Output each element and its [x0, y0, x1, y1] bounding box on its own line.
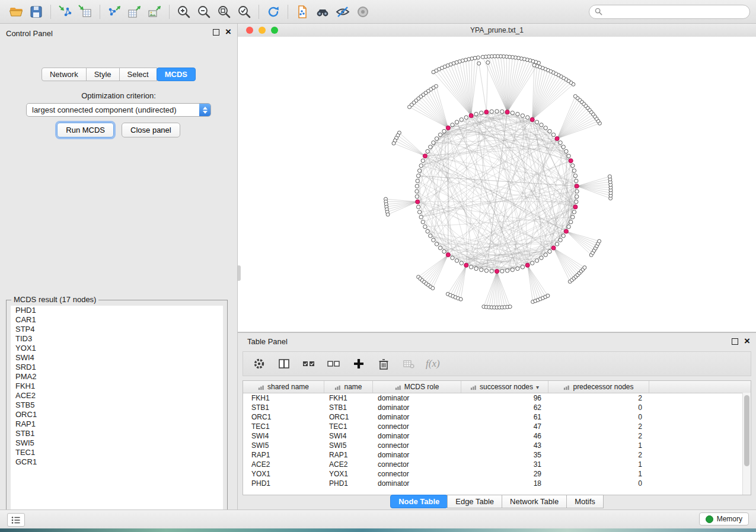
import-table-icon[interactable]	[75, 3, 95, 21]
table-row[interactable]: FKH1FKH1dominator962	[243, 393, 751, 403]
table-row[interactable]: ORC1ORC1dominator610	[243, 412, 751, 422]
control-panel-title: Control Panel	[6, 29, 53, 38]
binoculars-icon[interactable]	[312, 3, 333, 21]
delete-table-icon[interactable]	[401, 356, 416, 371]
column-header-MCDS-role[interactable]: MCDS role	[373, 381, 461, 393]
zoom-in-icon[interactable]	[174, 3, 194, 21]
column-header-shared-name[interactable]: shared name	[243, 381, 324, 393]
task-history-icon[interactable]	[7, 513, 25, 527]
dominator-node[interactable]	[530, 117, 534, 121]
table-row[interactable]: STB1STB1dominator620	[243, 403, 751, 412]
column-header-name[interactable]: name	[324, 381, 373, 393]
table-row[interactable]: SWI4SWI4dominator462	[243, 431, 751, 441]
dominator-node[interactable]	[495, 269, 499, 273]
dominator-node[interactable]	[564, 229, 568, 233]
export-table-icon[interactable]	[125, 3, 145, 21]
add-icon[interactable]	[351, 356, 366, 371]
mcds-result-item[interactable]: YOX1	[11, 344, 223, 353]
dominator-node[interactable]	[505, 110, 509, 114]
table-row[interactable]: RAP1RAP1dominator352	[243, 450, 751, 460]
export-network-icon[interactable]	[104, 3, 125, 21]
gear-icon[interactable]	[251, 356, 267, 371]
dominator-node[interactable]	[573, 205, 578, 209]
table-row[interactable]: ACE2ACE2connector311	[243, 460, 751, 469]
trash-icon[interactable]	[376, 356, 391, 371]
close-panel-button[interactable]: Close panel	[122, 123, 180, 137]
table-row[interactable]: YOX1YOX1connector291	[243, 469, 751, 479]
float-table-panel-icon[interactable]	[732, 338, 738, 345]
mcds-result-item[interactable]: ACE2	[11, 391, 223, 400]
tab-network-table[interactable]: Network Table	[502, 495, 567, 508]
hide-graphics-icon[interactable]	[333, 3, 353, 21]
column-header-predecessor-nodes[interactable]: predecessor nodes	[548, 381, 649, 393]
search-box[interactable]	[589, 5, 750, 19]
mcds-result-item[interactable]: FKH1	[11, 382, 223, 391]
optimization-criterion-label: Optimization criterion:	[0, 91, 237, 100]
dominator-node[interactable]	[575, 184, 579, 188]
open-session-icon[interactable]	[6, 3, 26, 21]
dominator-node[interactable]	[469, 114, 473, 118]
close-table-panel-icon[interactable]: ×	[744, 338, 750, 345]
panel-splitter-handle[interactable]	[238, 265, 241, 281]
save-session-icon[interactable]	[26, 3, 46, 21]
dominator-node[interactable]	[484, 110, 489, 114]
mcds-result-item[interactable]: PHD1	[11, 306, 223, 315]
search-input[interactable]	[606, 7, 744, 17]
mcds-result-item[interactable]: PMA2	[11, 372, 223, 382]
zoom-selected-icon[interactable]	[234, 3, 254, 21]
mcds-result-item[interactable]: GCR1	[11, 457, 223, 467]
show-columns-icon[interactable]	[276, 356, 292, 371]
dominator-node[interactable]	[555, 136, 559, 140]
mcds-result-item[interactable]: SWI4	[11, 353, 223, 363]
mcds-result-item[interactable]: SRD1	[11, 363, 223, 372]
dominator-node[interactable]	[464, 263, 468, 267]
show-graphics-icon[interactable]	[353, 3, 373, 21]
dominator-node[interactable]	[551, 246, 556, 250]
close-panel-icon[interactable]: ×	[225, 28, 231, 36]
mcds-result-item[interactable]: SWI5	[11, 438, 223, 448]
tab-edge-table[interactable]: Edge Table	[447, 495, 502, 508]
zoom-fit-icon[interactable]	[214, 3, 234, 21]
tab-network[interactable]: Network	[42, 68, 87, 81]
mcds-result-item[interactable]: STP4	[11, 325, 223, 334]
mcds-result-item[interactable]: TEC1	[11, 448, 223, 457]
table-row[interactable]: SWI5SWI5connector431	[243, 441, 751, 450]
zoom-out-icon[interactable]	[194, 3, 214, 21]
mcds-result-item[interactable]: CAR1	[11, 315, 223, 325]
deselect-all-icon[interactable]	[326, 356, 342, 371]
dominator-node[interactable]	[446, 126, 450, 130]
dominator-node[interactable]	[569, 159, 573, 163]
column-header-successor-nodes[interactable]: successor nodes▾	[461, 381, 548, 393]
table-row[interactable]: PHD1PHD1dominator180	[243, 479, 751, 488]
optimization-criterion-select[interactable]: largest connected component (undirected)	[26, 103, 211, 117]
dominator-node[interactable]	[416, 200, 420, 204]
copy-style-icon[interactable]	[292, 3, 312, 21]
function-builder-icon[interactable]: f(x)	[426, 358, 440, 370]
run-mcds-button[interactable]: Run MCDS	[57, 123, 114, 137]
network-titlebar[interactable]: YPA_prune.txt_1	[238, 24, 756, 37]
dominator-node[interactable]	[446, 253, 450, 257]
mcds-result-item[interactable]: STB1	[11, 429, 223, 438]
mcds-result-item[interactable]: ORC1	[11, 410, 223, 419]
tab-mcds[interactable]: MCDS	[157, 68, 196, 81]
mcds-result-item[interactable]: STB5	[11, 400, 223, 410]
refresh-icon[interactable]	[263, 3, 283, 21]
tab-motifs[interactable]: Motifs	[566, 495, 604, 508]
dominator-node[interactable]	[423, 154, 427, 158]
export-image-icon[interactable]	[145, 3, 165, 21]
select-all-icon[interactable]	[301, 356, 317, 371]
table-scrollbar[interactable]	[742, 393, 751, 495]
tab-style[interactable]: Style	[86, 68, 120, 81]
mcds-result-item[interactable]: RAP1	[11, 419, 223, 429]
table-row[interactable]: TEC1TEC1connector472	[243, 422, 751, 431]
dominator-node[interactable]	[525, 263, 529, 267]
memory-button[interactable]: Memory	[699, 512, 749, 525]
tab-select[interactable]: Select	[119, 68, 157, 81]
network-canvas[interactable]	[238, 37, 756, 332]
import-network-icon[interactable]	[55, 3, 75, 21]
scrollbar-thumb[interactable]	[744, 395, 749, 466]
float-panel-icon[interactable]	[213, 29, 219, 36]
tab-node-table[interactable]: Node Table	[390, 495, 448, 508]
mcds-result-list[interactable]: PHD1CAR1STP4TID3YOX1SWI4SRD1PMA2FKH1ACE2…	[11, 306, 223, 515]
mcds-result-item[interactable]: TID3	[11, 334, 223, 344]
